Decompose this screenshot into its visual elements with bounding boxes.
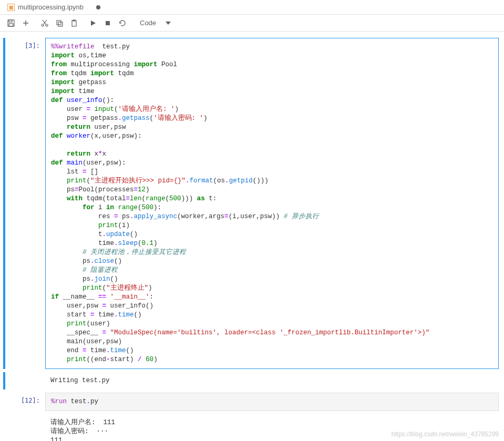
cell-prompt [8, 372, 45, 389]
cell-gutter [0, 393, 8, 411]
cell-prompt: [12]: [8, 393, 45, 411]
svg-marker-13 [91, 20, 96, 26]
svg-rect-2 [9, 24, 13, 26]
code-editor[interactable]: %run test.py [45, 393, 499, 411]
stop-button[interactable] [101, 16, 115, 30]
cell-gutter [3, 38, 5, 369]
svg-rect-11 [72, 20, 76, 26]
notebook-toolbar: Code [0, 15, 504, 32]
file-tab[interactable]: ▦ multiprocessing.ipynb [2, 1, 106, 13]
cell-gutter [3, 372, 5, 389]
cell-prompt [8, 414, 45, 441]
tab-filename: multiprocessing.ipynb [18, 3, 84, 11]
svg-rect-10 [58, 22, 63, 26]
cell-output-text: Writing test.py [45, 372, 499, 389]
svg-point-6 [46, 24, 48, 26]
cell-type-dropdown[interactable]: Code [135, 18, 176, 28]
svg-line-8 [43, 20, 46, 25]
cell-type-value: Code [140, 19, 156, 27]
svg-line-7 [44, 20, 47, 25]
restart-button[interactable] [116, 16, 129, 30]
code-cell[interactable]: [12]: %run test.py [0, 393, 504, 411]
code-cell[interactable]: [3]: %%writefile test.py import os,time … [0, 38, 504, 369]
tab-bar: ▦ multiprocessing.ipynb [0, 0, 504, 15]
svg-rect-9 [57, 20, 61, 25]
run-button[interactable] [86, 16, 100, 30]
output-cell: Writing test.py [0, 372, 504, 389]
svg-point-5 [42, 24, 44, 26]
cell-prompt: [3]: [8, 38, 45, 369]
svg-marker-15 [166, 22, 171, 25]
notebook-icon: ▦ [7, 4, 15, 11]
copy-button[interactable] [53, 16, 66, 30]
insert-cell-button[interactable] [19, 16, 33, 30]
cut-button[interactable] [38, 16, 52, 30]
save-button[interactable] [4, 16, 18, 30]
svg-rect-14 [106, 21, 110, 25]
watermark-text: https://blog.csdn.net/weixin_43785299 [392, 430, 499, 438]
code-editor[interactable]: %%writefile test.py import os,time from … [45, 38, 499, 369]
svg-rect-1 [9, 20, 12, 22]
unsaved-dot-icon [96, 5, 100, 9]
cell-gutter [0, 414, 8, 441]
notebook-body: [3]: %%writefile test.py import os,time … [0, 32, 504, 441]
chevron-down-icon [166, 22, 171, 25]
paste-button[interactable] [67, 16, 81, 30]
